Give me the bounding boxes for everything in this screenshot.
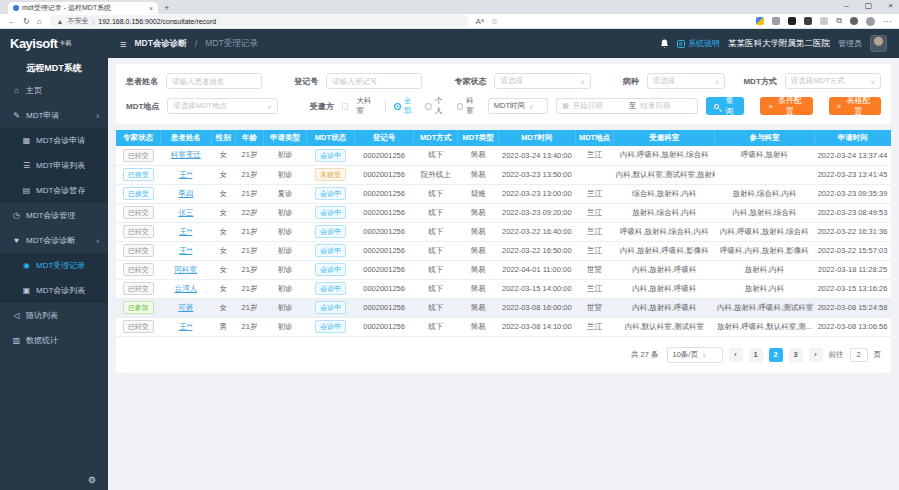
browser-menu-icon[interactable]: ⋯	[883, 17, 891, 26]
read-aloud-icon[interactable]: Aᵃ	[476, 17, 484, 26]
big-department-checkbox[interactable]	[342, 103, 349, 110]
patient-name-input[interactable]	[166, 73, 262, 89]
search-button[interactable]: 查询	[706, 97, 744, 115]
favorite-star-icon[interactable]: ☆	[491, 17, 498, 26]
next-page-button[interactable]: ›	[809, 348, 823, 362]
cell-apply-time: 2022-03-23 09:35:39	[814, 184, 891, 203]
extension-icon[interactable]	[772, 17, 780, 25]
sidebar-item-mdt-consult-apply[interactable]: ▦ MDT会诊申请	[0, 128, 108, 153]
cell-mdt-mode: 线下	[413, 298, 458, 317]
patient-name-link[interactable]: 张三	[178, 208, 193, 217]
table-config-button[interactable]: ≡ 表格配置	[829, 97, 881, 115]
cell-apply-type: 初诊	[264, 317, 306, 336]
disease-select[interactable]: 请选择 ∨	[647, 73, 726, 89]
cell-age: 21岁	[235, 317, 263, 336]
cell-patient-name: 张三	[161, 203, 212, 222]
condition-config-button[interactable]: ≡ 条件配置	[760, 97, 812, 115]
tab-close-icon[interactable]: ×	[149, 5, 153, 12]
cell-reg-no: 0002001256	[355, 146, 414, 165]
sidebar-group-mdt-diagnosis[interactable]: ♥ MDT会诊诊断 ∧	[0, 228, 108, 253]
cell-reg-no: 0002001256	[355, 222, 414, 241]
patient-name-link[interactable]: 李四	[178, 189, 193, 198]
invitee-radio-personal[interactable]: 个人	[425, 96, 448, 116]
prev-page-button[interactable]: ‹	[729, 348, 743, 362]
window-restore-button[interactable]: ▢	[865, 1, 873, 10]
cell-apply-time: 2022-03-08 15:24:58	[814, 298, 891, 317]
back-icon[interactable]: ←	[8, 17, 16, 26]
column-header: 患者姓名	[161, 130, 212, 146]
time-field-select[interactable]: MDT时间 ∨	[488, 98, 548, 114]
cell-mdt-time: 2022-03-08 14:10:00	[498, 317, 575, 336]
cell-mdt-mode: 线下	[413, 241, 458, 260]
bell-icon[interactable]	[660, 35, 669, 53]
url-text: 192.168.0.156:9002/consultate/record	[98, 18, 216, 25]
mdt-status-badge: 会诊中	[315, 225, 346, 238]
sidebar-group-mdt-apply[interactable]: ✎ MDT申请 ∧	[0, 103, 108, 128]
cell-age: 22岁	[235, 203, 263, 222]
user-avatar[interactable]	[870, 35, 887, 52]
patient-name-link[interactable]: 王**	[179, 227, 192, 236]
date-range-picker[interactable]: ▦ 开始日期 至 结束日期	[556, 98, 698, 114]
sidebar-item-mdt-acceptance-records[interactable]: ◉ MDT受理记录	[0, 253, 108, 278]
cell-invited-depts: 内科,放射科,呼吸科	[614, 260, 715, 279]
page-size-select[interactable]: 10条/页 ∨	[667, 347, 723, 363]
url-field[interactable]: ▲ 不安全 | 192.168.0.156:9002/consultate/re…	[49, 15, 469, 27]
page-button-2[interactable]: 2	[769, 348, 783, 362]
sidebar-item-followup-list[interactable]: ◁ 随访列表	[0, 303, 108, 328]
window-minimize-button[interactable]: –	[844, 1, 848, 10]
cell-mdt-type: 简易	[458, 165, 498, 184]
chevron-down-icon: ∨	[871, 78, 875, 85]
refresh-icon[interactable]: ↻	[23, 17, 30, 26]
invitee-radio-department[interactable]: 科室	[457, 96, 480, 116]
system-help-link[interactable]: 系统说明	[677, 38, 720, 49]
browser-tab[interactable]: mdt受理记录 - 远程MDT系统 ×	[8, 2, 158, 14]
cell-joined-depts: 放射科,综合科,内科	[715, 184, 814, 203]
breadcrumb-current: MDT受理记录	[205, 38, 257, 50]
cell-mdt-status: 会诊中	[306, 279, 355, 298]
extension-icon[interactable]	[804, 17, 812, 25]
cell-mdt-time: 2022-03-23 13:50:00	[498, 165, 575, 184]
collapse-menu-icon[interactable]: ≡	[120, 38, 126, 50]
shield-icon[interactable]	[850, 17, 858, 25]
patient-name-link[interactable]: 科室变迁	[171, 150, 201, 159]
window-close-button[interactable]: ×	[888, 1, 893, 10]
browser-profile-avatar[interactable]	[866, 17, 875, 26]
extension-icon[interactable]	[820, 17, 828, 25]
extension-icon[interactable]	[788, 17, 796, 25]
sidebar-item-mdt-manage[interactable]: ◷ MDT会诊管理	[0, 203, 108, 228]
home-icon[interactable]: ⌂	[37, 17, 42, 26]
mdt-place-select[interactable]: 请选择MDT地点 ∨	[167, 98, 277, 114]
table-row: 已转交同科室女21岁初诊会诊中0002001256线下简易2022-04-01 …	[116, 260, 891, 279]
split-screen-icon[interactable]: ⧉	[836, 16, 842, 26]
cell-mdt-place: 世贸	[575, 260, 613, 279]
cell-gender: 男	[211, 317, 235, 336]
page-button-1[interactable]: 1	[749, 348, 763, 362]
sidebar-item-mdt-apply-list[interactable]: ☰ MDT申请列表	[0, 153, 108, 178]
patient-name-link[interactable]: 同科室	[175, 265, 198, 274]
page-button-3[interactable]: 3	[789, 348, 803, 362]
patient-name-link[interactable]: 王**	[179, 322, 192, 331]
sidebar-item-statistics[interactable]: ▥ 数据统计	[0, 328, 108, 353]
expert-status-badge: 已转交	[123, 206, 154, 219]
table-row: 已转交王**女21岁初诊会诊中0002001256线下简易2022-03-22 …	[116, 222, 891, 241]
breadcrumb-parent: MDT会诊诊断	[134, 38, 186, 50]
new-tab-button[interactable]: +	[164, 3, 169, 14]
patient-name-link[interactable]: 王**	[179, 246, 192, 255]
sidebar-item-mdt-consult-list[interactable]: ▣ MDT会诊列表	[0, 278, 108, 303]
patient-name-link[interactable]: 可甚	[178, 303, 193, 312]
patient-name-link[interactable]: 王**	[179, 170, 192, 179]
settings-gear-icon[interactable]: ⚙	[88, 475, 96, 485]
sidebar-item-home[interactable]: ⌂ 主页	[0, 78, 108, 103]
invitee-radio-all[interactable]: 全部	[394, 96, 417, 116]
cell-age: 21岁	[235, 260, 263, 279]
mdt-mode-select[interactable]: 请选择MDT方式 ∨	[785, 73, 881, 89]
registration-no-input[interactable]	[326, 73, 422, 89]
column-header: 受邀科室	[614, 130, 715, 146]
goto-page-input[interactable]	[850, 348, 868, 362]
extension-icon[interactable]	[756, 17, 764, 25]
goto-suffix: 页	[874, 350, 882, 360]
patient-name-link[interactable]: 台湾人	[175, 284, 198, 293]
expert-status-select[interactable]: 请选择 ∨	[494, 73, 590, 89]
sidebar-item-mdt-draft[interactable]: ▤ MDT会诊暂存	[0, 178, 108, 203]
cell-apply-time: 2022-03-18 11:28:25	[814, 260, 891, 279]
